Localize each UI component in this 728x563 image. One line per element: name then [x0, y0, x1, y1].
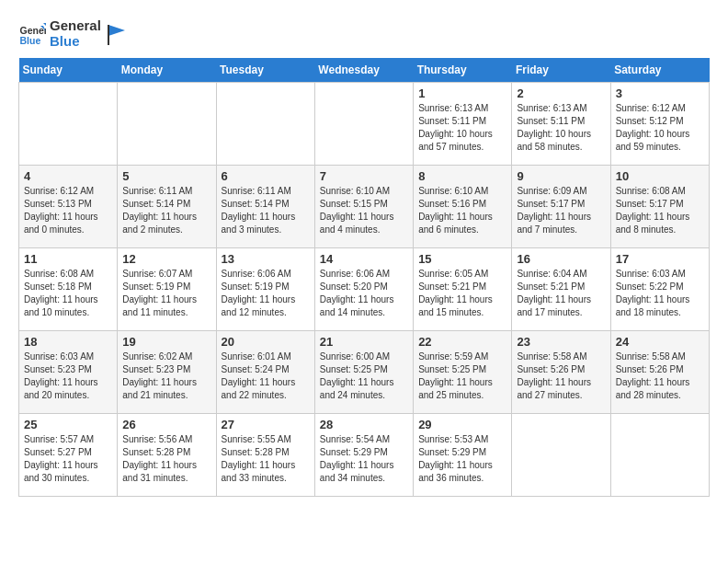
day-number: 12	[122, 252, 210, 266]
day-info: Sunrise: 5:57 AM Sunset: 5:27 PM Dayligh…	[24, 433, 112, 485]
day-number: 13	[222, 252, 310, 266]
calendar-cell: 15Sunrise: 6:05 AM Sunset: 5:21 PM Dayli…	[414, 248, 512, 331]
day-info: Sunrise: 6:09 AM Sunset: 5:17 PM Dayligh…	[517, 185, 605, 236]
calendar-header-tuesday: Tuesday	[216, 58, 314, 83]
day-info: Sunrise: 5:55 AM Sunset: 5:28 PM Dayligh…	[222, 433, 310, 485]
calendar-header-wednesday: Wednesday	[314, 58, 413, 83]
calendar-cell: 26Sunrise: 5:56 AM Sunset: 5:28 PM Dayli…	[118, 414, 216, 497]
logo-flag-icon	[105, 21, 131, 47]
day-number: 22	[418, 335, 506, 349]
calendar-cell	[512, 414, 610, 497]
calendar-cell: 6Sunrise: 6:11 AM Sunset: 5:14 PM Daylig…	[216, 166, 314, 248]
day-info: Sunrise: 5:59 AM Sunset: 5:25 PM Dayligh…	[418, 350, 506, 402]
day-info: Sunrise: 6:08 AM Sunset: 5:18 PM Dayligh…	[24, 268, 112, 319]
logo-icon: General Blue	[18, 20, 46, 48]
calendar-cell: 23Sunrise: 5:58 AM Sunset: 5:26 PM Dayli…	[512, 331, 610, 414]
calendar-cell	[314, 83, 413, 166]
day-info: Sunrise: 6:07 AM Sunset: 5:19 PM Dayligh…	[122, 268, 210, 319]
day-number: 24	[616, 335, 704, 349]
calendar-cell	[19, 83, 118, 166]
day-number: 2	[517, 86, 605, 100]
calendar-week-row: 25Sunrise: 5:57 AM Sunset: 5:27 PM Dayli…	[19, 414, 710, 497]
calendar-cell: 25Sunrise: 5:57 AM Sunset: 5:27 PM Dayli…	[19, 414, 118, 497]
calendar-cell: 18Sunrise: 6:03 AM Sunset: 5:23 PM Dayli…	[19, 331, 118, 414]
calendar-cell: 7Sunrise: 6:10 AM Sunset: 5:15 PM Daylig…	[314, 166, 413, 248]
calendar-header-sunday: Sunday	[19, 58, 118, 83]
svg-marker-4	[108, 25, 125, 36]
calendar-cell: 12Sunrise: 6:07 AM Sunset: 5:19 PM Dayli…	[118, 248, 216, 331]
day-number: 5	[122, 169, 210, 183]
day-number: 28	[320, 418, 408, 431]
day-number: 17	[616, 252, 704, 266]
day-info: Sunrise: 6:06 AM Sunset: 5:19 PM Dayligh…	[222, 268, 310, 319]
calendar-cell: 19Sunrise: 6:02 AM Sunset: 5:23 PM Dayli…	[118, 331, 216, 414]
calendar-week-row: 11Sunrise: 6:08 AM Sunset: 5:18 PM Dayli…	[19, 248, 710, 331]
calendar-cell: 8Sunrise: 6:10 AM Sunset: 5:16 PM Daylig…	[414, 166, 512, 248]
calendar-header-friday: Friday	[512, 58, 610, 83]
calendar-cell: 28Sunrise: 5:54 AM Sunset: 5:29 PM Dayli…	[314, 414, 413, 497]
calendar-cell: 1Sunrise: 6:13 AM Sunset: 5:11 PM Daylig…	[414, 83, 512, 166]
day-number: 3	[616, 86, 704, 100]
calendar-table: SundayMondayTuesdayWednesdayThursdayFrid…	[18, 58, 710, 497]
day-info: Sunrise: 6:05 AM Sunset: 5:21 PM Dayligh…	[418, 268, 506, 319]
day-number: 6	[222, 169, 310, 183]
calendar-cell	[610, 414, 709, 497]
day-number: 27	[222, 418, 310, 431]
day-number: 21	[320, 335, 408, 349]
calendar-cell: 11Sunrise: 6:08 AM Sunset: 5:18 PM Dayli…	[19, 248, 118, 331]
day-info: Sunrise: 5:53 AM Sunset: 5:29 PM Dayligh…	[418, 433, 506, 485]
day-number: 23	[517, 335, 605, 349]
calendar-cell: 24Sunrise: 5:58 AM Sunset: 5:26 PM Dayli…	[610, 331, 709, 414]
day-info: Sunrise: 6:11 AM Sunset: 5:14 PM Dayligh…	[122, 185, 210, 236]
day-info: Sunrise: 5:58 AM Sunset: 5:26 PM Dayligh…	[517, 350, 605, 402]
day-number: 4	[24, 169, 112, 183]
calendar-cell: 3Sunrise: 6:12 AM Sunset: 5:12 PM Daylig…	[610, 83, 709, 166]
day-info: Sunrise: 5:56 AM Sunset: 5:28 PM Dayligh…	[122, 433, 210, 485]
calendar-header-saturday: Saturday	[610, 58, 709, 83]
day-number: 14	[320, 252, 408, 266]
day-number: 18	[24, 335, 112, 349]
header: General Blue General Blue	[18, 18, 710, 49]
calendar-cell: 9Sunrise: 6:09 AM Sunset: 5:17 PM Daylig…	[512, 166, 610, 248]
svg-text:Blue: Blue	[20, 34, 41, 45]
day-number: 26	[122, 418, 210, 431]
day-info: Sunrise: 5:58 AM Sunset: 5:26 PM Dayligh…	[616, 350, 704, 402]
day-number: 29	[418, 418, 506, 431]
day-info: Sunrise: 6:12 AM Sunset: 5:13 PM Dayligh…	[24, 185, 112, 236]
day-info: Sunrise: 6:08 AM Sunset: 5:17 PM Dayligh…	[616, 185, 704, 236]
day-number: 20	[222, 335, 310, 349]
calendar-cell: 17Sunrise: 6:03 AM Sunset: 5:22 PM Dayli…	[610, 248, 709, 331]
day-number: 15	[418, 252, 506, 266]
calendar-week-row: 1Sunrise: 6:13 AM Sunset: 5:11 PM Daylig…	[19, 83, 710, 166]
calendar-header-thursday: Thursday	[414, 58, 512, 83]
day-number: 10	[616, 169, 704, 183]
logo-general: General	[50, 18, 101, 34]
day-info: Sunrise: 6:12 AM Sunset: 5:12 PM Dayligh…	[616, 102, 704, 154]
day-info: Sunrise: 6:02 AM Sunset: 5:23 PM Dayligh…	[122, 350, 210, 402]
calendar-cell	[118, 83, 216, 166]
logo: General Blue General Blue	[18, 18, 131, 49]
day-info: Sunrise: 6:03 AM Sunset: 5:23 PM Dayligh…	[24, 350, 112, 402]
day-info: Sunrise: 6:03 AM Sunset: 5:22 PM Dayligh…	[616, 268, 704, 319]
calendar-cell	[216, 83, 314, 166]
day-info: Sunrise: 6:11 AM Sunset: 5:14 PM Dayligh…	[222, 185, 310, 236]
day-number: 25	[24, 418, 112, 431]
day-info: Sunrise: 6:04 AM Sunset: 5:21 PM Dayligh…	[517, 268, 605, 319]
calendar-cell: 10Sunrise: 6:08 AM Sunset: 5:17 PM Dayli…	[610, 166, 709, 248]
day-number: 1	[418, 86, 506, 100]
day-info: Sunrise: 6:06 AM Sunset: 5:20 PM Dayligh…	[320, 268, 408, 319]
calendar-cell: 20Sunrise: 6:01 AM Sunset: 5:24 PM Dayli…	[216, 331, 314, 414]
calendar-cell: 22Sunrise: 5:59 AM Sunset: 5:25 PM Dayli…	[414, 331, 512, 414]
calendar-week-row: 4Sunrise: 6:12 AM Sunset: 5:13 PM Daylig…	[19, 166, 710, 248]
day-info: Sunrise: 6:13 AM Sunset: 5:11 PM Dayligh…	[418, 102, 506, 154]
calendar-cell: 29Sunrise: 5:53 AM Sunset: 5:29 PM Dayli…	[414, 414, 512, 497]
day-info: Sunrise: 6:13 AM Sunset: 5:11 PM Dayligh…	[517, 102, 605, 154]
day-number: 19	[122, 335, 210, 349]
calendar-cell: 27Sunrise: 5:55 AM Sunset: 5:28 PM Dayli…	[216, 414, 314, 497]
day-number: 7	[320, 169, 408, 183]
logo-blue: Blue	[50, 34, 101, 50]
day-number: 11	[24, 252, 112, 266]
calendar-cell: 5Sunrise: 6:11 AM Sunset: 5:14 PM Daylig…	[118, 166, 216, 248]
calendar-header-monday: Monday	[118, 58, 216, 83]
calendar-cell: 16Sunrise: 6:04 AM Sunset: 5:21 PM Dayli…	[512, 248, 610, 331]
